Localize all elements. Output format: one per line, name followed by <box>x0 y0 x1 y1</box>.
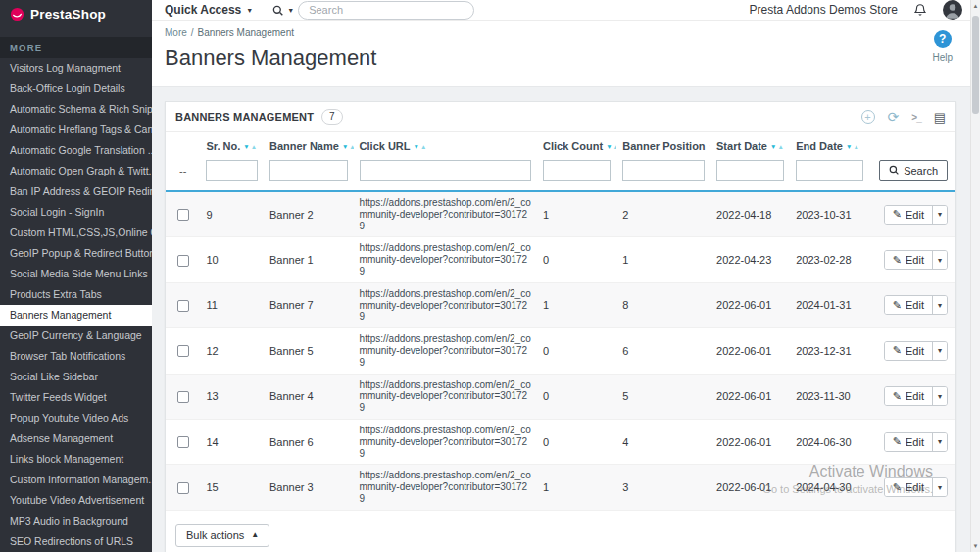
sidebar-item-ban-ip-address-geoip-redirect[interactable]: Ban IP Address & GEOIP Redirect <box>0 181 152 202</box>
row-checkbox[interactable] <box>177 345 189 357</box>
search-button[interactable]: Search <box>879 160 948 181</box>
sidebar-item-products-extra-tabs[interactable]: Products Extra Tabs <box>0 284 152 305</box>
quick-access-menu[interactable]: Quick Access ▼ <box>165 3 253 17</box>
sidebar-item-adsense-management[interactable]: Adsense Management <box>0 428 152 449</box>
sort-desc-icon[interactable]: ▼ <box>342 143 348 150</box>
column-header-click-count[interactable]: Click Count▼▲ <box>537 132 616 156</box>
add-new-icon[interactable]: + <box>861 110 875 124</box>
cell-click-url: https://addons.prestashop.com/en/2_commu… <box>354 419 537 464</box>
refresh-icon[interactable]: ⟳ <box>888 110 900 124</box>
edit-pencil-icon: ✎ <box>893 300 902 311</box>
sort-desc-icon[interactable]: ▼ <box>606 143 612 150</box>
sort-desc-icon[interactable]: ▼ <box>846 143 852 150</box>
edit-dropdown-toggle[interactable]: ▾ <box>932 478 947 496</box>
global-search-input[interactable] <box>298 1 474 20</box>
sidebar-item-geoip-currency-language[interactable]: GeoIP Currency & Language <box>0 326 152 346</box>
sort-desc-icon[interactable]: ▼ <box>414 143 419 150</box>
sidebar-item-geoip-popup-redirect-buttons[interactable]: GeoIP Popup & Redirect Buttons <box>0 243 152 264</box>
edit-button[interactable]: ✎Edit <box>885 296 932 314</box>
sidebar-item-banners-management[interactable]: Banners Management <box>0 305 152 326</box>
store-name-link[interactable]: Presta Addons Demos Store <box>750 3 898 17</box>
sort-asc-icon[interactable]: ▲ <box>251 143 257 150</box>
export-layers-icon[interactable]: ▤ <box>934 110 946 125</box>
sidebar-item-automatic-hreflang-tags-can[interactable]: Automatic Hreflang Tags & Can... <box>0 120 152 140</box>
cell-sr-no: 10 <box>200 237 264 282</box>
search-icon[interactable] <box>272 5 283 16</box>
sidebar-item-twitter-feeds-widget[interactable]: Twitter Feeds Widget <box>0 387 152 408</box>
edit-dropdown-toggle[interactable]: ▾ <box>932 342 947 360</box>
cell-end-date: 2024-04-30 <box>790 465 869 510</box>
help-button[interactable]: ? Help <box>932 30 953 63</box>
edit-button[interactable]: ✎Edit <box>885 251 932 269</box>
sidebar-item-automatic-schema-rich-snip[interactable]: Automatic Schema & Rich Snip... <box>0 99 152 120</box>
edit-button[interactable]: ✎Edit <box>885 433 932 451</box>
scrollbar-down-arrow-icon[interactable]: ▼ <box>971 543 980 549</box>
scrollbar-up-arrow-icon[interactable]: ▲ <box>971 3 980 9</box>
prestashop-logo[interactable]: PrestaShop <box>0 0 152 27</box>
sidebar-item-custom-information-managem[interactable]: Custom Information Managem... <box>0 470 152 490</box>
row-checkbox[interactable] <box>177 391 189 403</box>
sidebar-item-seo-redirections-of-urls[interactable]: SEO Redirections of URLS <box>0 531 152 552</box>
row-checkbox[interactable] <box>177 436 189 448</box>
sidebar-item-links-block-management[interactable]: Links block Management <box>0 449 152 470</box>
edit-button[interactable]: ✎Edit <box>885 478 932 496</box>
edit-dropdown-toggle[interactable]: ▾ <box>932 206 947 224</box>
user-avatar[interactable] <box>943 0 962 20</box>
column-header-banner-name[interactable]: Banner Name▼▲ <box>264 132 354 156</box>
row-checkbox[interactable] <box>177 209 189 221</box>
sidebar-item-custom-html-css-js-online-ch[interactable]: Custom HTML,CSS,JS,Online Ch... <box>0 223 152 243</box>
vertical-scrollbar[interactable]: ▲ ▼ <box>970 0 980 552</box>
cell-click-count: 1 <box>537 191 616 237</box>
filter-input-banner-name[interactable] <box>270 160 348 181</box>
notifications-bell-icon[interactable] <box>913 3 927 17</box>
sort-asc-icon[interactable]: ▲ <box>613 143 617 150</box>
cell-start-date: 2022-06-01 <box>710 282 790 327</box>
sidebar-item-youtube-video-advertisement[interactable]: Youtube Video Advertisement <box>0 490 152 511</box>
edit-dropdown-toggle[interactable]: ▾ <box>932 296 947 314</box>
filter-input-click-url[interactable] <box>360 160 531 181</box>
sort-asc-icon[interactable]: ▲ <box>777 143 783 150</box>
sort-asc-icon[interactable]: ▲ <box>420 143 426 150</box>
filter-input-banner-position[interactable] <box>622 160 705 181</box>
filter-input-start-date[interactable] <box>716 160 784 181</box>
filter-input-end-date[interactable] <box>796 160 863 181</box>
edit-dropdown-toggle[interactable]: ▾ <box>932 387 947 405</box>
sidebar-item-social-media-side-menu-links[interactable]: Social Media Side Menu Links <box>0 264 152 284</box>
sidebar-item-automatic-open-graph-twitt[interactable]: Automatic Open Graph & Twitt... <box>0 161 152 181</box>
sidebar-item-mp3-audio-in-background[interactable]: MP3 Audio in Background <box>0 511 152 531</box>
sidebar-item-back-office-login-details[interactable]: Back-Office Login Details <box>0 78 152 99</box>
search-scope-chevron-icon[interactable]: ▼ <box>287 7 294 14</box>
sort-desc-icon[interactable]: ▼ <box>709 143 710 150</box>
column-header-sr-no[interactable]: Sr. No.▼▲ <box>200 132 264 156</box>
edit-button[interactable]: ✎Edit <box>885 342 932 360</box>
breadcrumb-parent[interactable]: More <box>165 27 187 38</box>
sidebar-item-popup-youtube-video-ads[interactable]: Popup Youtube Video Ads <box>0 408 152 428</box>
edit-dropdown-toggle[interactable]: ▾ <box>932 433 947 451</box>
edit-button[interactable]: ✎Edit <box>885 206 932 224</box>
sort-asc-icon[interactable]: ▲ <box>349 143 353 150</box>
column-header-end-date[interactable]: End Date▼▲ <box>790 132 869 156</box>
cell-banner-position: 6 <box>616 328 710 374</box>
column-header-click-url[interactable]: Click URL▼▲ <box>354 132 537 156</box>
show-sql-icon[interactable]: >_ <box>911 112 920 123</box>
edit-button[interactable]: ✎Edit <box>885 387 932 405</box>
table-filter-row: --Search <box>166 156 956 191</box>
row-checkbox[interactable] <box>177 300 189 312</box>
sort-desc-icon[interactable]: ▼ <box>770 143 776 150</box>
sort-desc-icon[interactable]: ▼ <box>243 143 249 150</box>
scrollbar-thumb[interactable] <box>972 16 979 114</box>
edit-dropdown-toggle[interactable]: ▾ <box>932 251 947 269</box>
sort-asc-icon[interactable]: ▲ <box>853 143 858 150</box>
sidebar-item-automatic-google-translation[interactable]: Automatic Google Translation ... <box>0 140 152 161</box>
sidebar-item-browser-tab-notifications[interactable]: Browser Tab Notifications <box>0 346 152 367</box>
column-header-start-date[interactable]: Start Date▼▲ <box>710 132 790 156</box>
filter-input-click-count[interactable] <box>543 160 611 181</box>
bulk-actions-button[interactable]: Bulk actions ▲ <box>175 524 270 547</box>
row-checkbox[interactable] <box>177 255 189 267</box>
sidebar-item-social-login-signin[interactable]: Social Login - SignIn <box>0 202 152 223</box>
sidebar-item-social-like-sidebar[interactable]: Social Like Sidebar <box>0 367 152 387</box>
sidebar-item-visitors-log-managment[interactable]: Visitors Log Managment <box>0 58 152 78</box>
column-header-banner-position[interactable]: Banner Position▼▲ <box>616 132 710 156</box>
filter-input-sr-no[interactable] <box>206 160 258 181</box>
row-checkbox[interactable] <box>177 482 189 494</box>
